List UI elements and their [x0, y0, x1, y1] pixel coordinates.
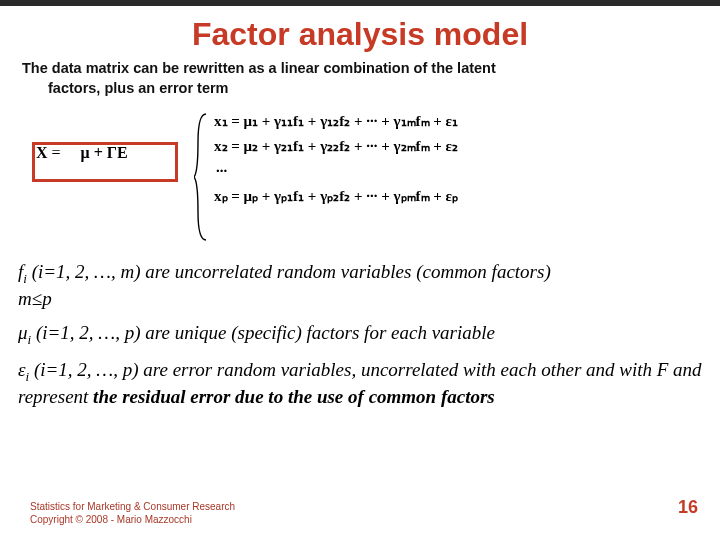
intro-text: The data matrix can be rewritten as a li… — [22, 59, 698, 98]
sym-mu-i: μ — [18, 322, 28, 343]
desc-error-variables: εi (i=1, 2, …, p) are error random varia… — [18, 358, 702, 409]
intro-line-1: The data matrix can be rewritten as a li… — [22, 60, 496, 76]
page-number: 16 — [678, 497, 698, 518]
sym-Gamma: Γ — [107, 144, 117, 161]
equation-area: X = μ + ΓE x₁ = μ₁ + γ₁₁f₁ + γ₁₂f₂ + ···… — [18, 108, 720, 248]
eq-row-dots: ··· — [216, 164, 458, 179]
left-brace-icon — [194, 112, 208, 242]
footer-line-2: Copyright © 2008 - Mario Mazzocchi — [30, 514, 192, 525]
equation-lhs: X = μ + ΓE — [36, 144, 128, 162]
sym-plus: + — [94, 144, 103, 161]
desc3-bold: the residual error due to the use of com… — [93, 386, 495, 407]
desc1b-text: m≤p — [18, 288, 52, 309]
footer-credits: Statistics for Marketing & Consumer Rese… — [30, 500, 235, 526]
sym-E: E — [117, 144, 128, 161]
desc-specific-factors: μi (i=1, 2, …, p) are unique (specific) … — [18, 321, 702, 348]
intro-line-2: factors, plus an error term — [22, 79, 698, 99]
eq-row-1: x₁ = μ₁ + γ₁₁f₁ + γ₁₂f₂ + ··· + γ₁ₘfₘ + … — [214, 114, 458, 129]
footer-line-1: Statistics for Marketing & Consumer Rese… — [30, 501, 235, 512]
sym-mu: μ — [81, 144, 90, 161]
desc1-text: (i=1, 2, …, m) are uncorrelated random v… — [27, 261, 551, 282]
eq-row-p: xₚ = μₚ + γₚ₁f₁ + γₚ₂f₂ + ··· + γₚₘfₘ + … — [214, 189, 458, 204]
desc2-text: (i=1, 2, …, p) are unique (specific) fac… — [31, 322, 495, 343]
eq-row-2: x₂ = μ₂ + γ₂₁f₁ + γ₂₂f₂ + ··· + γ₂ₘfₘ + … — [214, 139, 458, 154]
slide-title: Factor analysis model — [0, 16, 720, 53]
sym-X: X — [36, 144, 48, 161]
sym-eq: = — [52, 144, 61, 161]
desc-common-factors: fi (i=1, 2, …, m) are uncorrelated rando… — [18, 260, 702, 311]
sym-eps: ε — [18, 359, 26, 380]
top-accent-bar — [0, 0, 720, 6]
equation-rhs: x₁ = μ₁ + γ₁₁f₁ + γ₁₂f₂ + ··· + γ₁ₘfₘ + … — [214, 114, 458, 214]
